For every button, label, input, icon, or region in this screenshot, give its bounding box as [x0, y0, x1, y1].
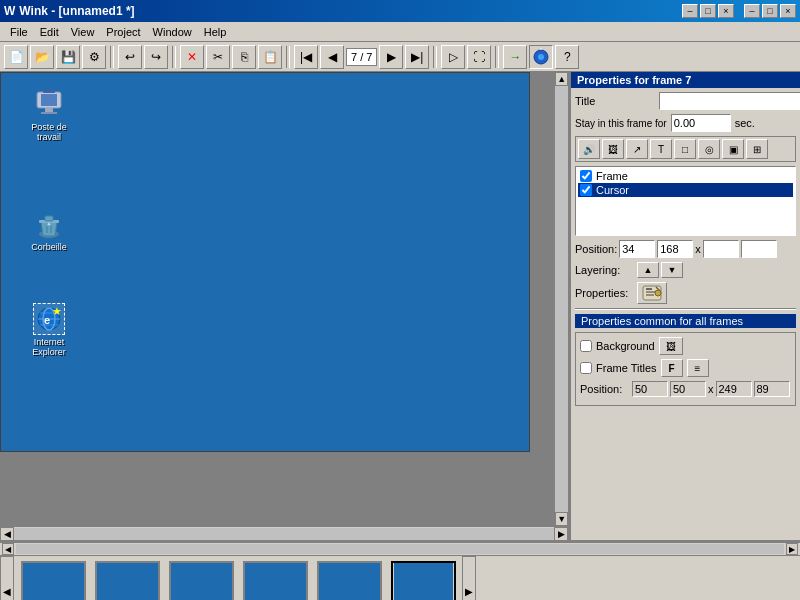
common-pos-y[interactable] — [670, 381, 706, 397]
strip-prev-btn[interactable]: ◀ — [0, 556, 14, 600]
desktop-icon-trash[interactable]: Corbeille — [19, 208, 79, 252]
background-image-btn[interactable]: 🖼 — [659, 337, 683, 355]
menu-edit[interactable]: Edit — [34, 24, 65, 40]
ie-label: InternetExplorer — [19, 337, 79, 357]
cursor-label: Cursor — [596, 184, 629, 196]
separator-5 — [495, 46, 499, 68]
menu-help[interactable]: Help — [198, 24, 233, 40]
separator-1 — [110, 46, 114, 68]
thumb-4[interactable]: 4 — [166, 561, 236, 601]
layer-up-btn[interactable]: ▲ — [637, 262, 659, 278]
thumb-inner-7 — [394, 563, 453, 601]
common-frames-section: Background 🖼 Frame Titles F ≡ Position: … — [575, 332, 796, 406]
menu-window[interactable]: Window — [147, 24, 198, 40]
next-frame-btn[interactable]: ▶ — [379, 45, 403, 69]
inner-minimize-btn[interactable]: – — [682, 4, 698, 18]
button-icon-btn[interactable]: □ — [674, 139, 696, 159]
desktop-icon-workstation[interactable]: Poste de travail — [19, 88, 79, 142]
check-cursor[interactable]: Cursor — [578, 183, 793, 197]
position-x-label: x — [695, 243, 701, 255]
cut-button[interactable]: ✂ — [206, 45, 230, 69]
new-button[interactable]: 📄 — [4, 45, 28, 69]
save-button[interactable]: 💾 — [56, 45, 80, 69]
stay-input[interactable] — [671, 114, 731, 132]
common-pos-x[interactable] — [632, 381, 668, 397]
inner-close-btn[interactable]: × — [718, 4, 734, 18]
copy-button[interactable]: ⎘ — [232, 45, 256, 69]
common-pos-h[interactable] — [754, 381, 790, 397]
last-frame-btn[interactable]: ▶| — [405, 45, 429, 69]
audio-icon-btn[interactable]: 🔊 — [578, 139, 600, 159]
separator-4 — [433, 46, 437, 68]
canvas-scroll[interactable]: Poste de travail — [0, 72, 554, 526]
frame-checkbox[interactable] — [580, 170, 592, 182]
strip-next-btn[interactable]: ▶ — [462, 556, 476, 600]
frame-counter: 7 / 7 — [346, 48, 377, 66]
extra-icon-btn[interactable]: ⊞ — [746, 139, 768, 159]
position-w-input[interactable] — [703, 240, 739, 258]
frame-titles-align-btn[interactable]: ≡ — [687, 359, 709, 377]
prev-frame-btn[interactable]: ◀ — [320, 45, 344, 69]
menu-file[interactable]: File — [4, 24, 34, 40]
video-icon-btn[interactable]: ▣ — [722, 139, 744, 159]
canvas-container: Poste de travail — [0, 72, 570, 540]
menu-view[interactable]: View — [65, 24, 101, 40]
thumb-5[interactable]: 5 — [240, 561, 310, 601]
inner-maximize-btn[interactable]: □ — [700, 4, 716, 18]
canvas-area: Poste de travail — [0, 72, 530, 452]
strip-scroll-left[interactable]: ◀ — [2, 543, 14, 555]
title-input[interactable] — [659, 92, 800, 110]
thumb-3[interactable]: 3 — [92, 561, 162, 601]
text-icon-btn[interactable]: T — [650, 139, 672, 159]
checklist-box[interactable]: Frame Cursor — [575, 166, 796, 236]
preview-btn[interactable]: ▷ — [441, 45, 465, 69]
position-h-input[interactable] — [741, 240, 777, 258]
export-btn[interactable]: → — [503, 45, 527, 69]
thumbnail-strip-container: ◀ ▶ ◀ 2 3 4 5 6 — [0, 540, 800, 600]
paste-button[interactable]: 📋 — [258, 45, 282, 69]
svg-rect-6 — [41, 112, 57, 114]
menu-project[interactable]: Project — [100, 24, 146, 40]
thumb-img-4 — [169, 561, 234, 601]
fullscreen-btn[interactable]: ⛶ — [467, 45, 491, 69]
frame-titles-checkbox[interactable] — [580, 362, 592, 374]
background-checkbox[interactable] — [580, 340, 592, 352]
redo-button[interactable]: ↪ — [144, 45, 168, 69]
trash-icon — [33, 208, 65, 240]
horizontal-scrollbar[interactable]: ◀ ▶ — [0, 526, 568, 540]
cursor-checkbox[interactable] — [580, 184, 592, 196]
maximize-btn[interactable]: □ — [762, 4, 778, 18]
minimize-btn[interactable]: – — [744, 4, 760, 18]
frame-titles-font-btn[interactable]: F — [661, 359, 683, 377]
close-btn[interactable]: × — [780, 4, 796, 18]
shape-icon-btn[interactable]: ◎ — [698, 139, 720, 159]
thumb-2[interactable]: 2 — [18, 561, 88, 601]
strip-scroll-right[interactable]: ▶ — [786, 543, 798, 555]
image-icon-btn[interactable]: 🖼 — [602, 139, 624, 159]
first-frame-btn[interactable]: |◀ — [294, 45, 318, 69]
undo-button[interactable]: ↩ — [118, 45, 142, 69]
stay-label: Stay in this frame for — [575, 118, 667, 129]
thumb-img-7 — [391, 561, 456, 601]
cursor-icon-btn[interactable]: ↗ — [626, 139, 648, 159]
thumb-img-6 — [317, 561, 382, 601]
check-frame[interactable]: Frame — [578, 169, 793, 183]
properties-btn[interactable] — [637, 282, 667, 304]
open-button[interactable]: 📂 — [30, 45, 54, 69]
render-btn[interactable] — [529, 45, 553, 69]
title-row: Title — [575, 92, 796, 110]
position-row: Position: x — [575, 240, 796, 258]
position-y-input[interactable] — [657, 240, 693, 258]
thumb-7[interactable]: 7 — [388, 561, 458, 601]
vertical-scrollbar[interactable]: ▲ ▼ — [554, 72, 568, 526]
delete-button[interactable]: ✕ — [180, 45, 204, 69]
svg-text:★: ★ — [52, 305, 62, 317]
help-btn[interactable]: ? — [555, 45, 579, 69]
layer-down-btn[interactable]: ▼ — [661, 262, 683, 278]
stay-row: Stay in this frame for sec. — [575, 114, 796, 132]
position-x-input[interactable] — [619, 240, 655, 258]
settings-button[interactable]: ⚙ — [82, 45, 106, 69]
thumb-6[interactable]: 6 — [314, 561, 384, 601]
desktop-icon-ie[interactable]: e ★ InternetExplorer — [19, 303, 79, 357]
common-pos-w[interactable] — [716, 381, 752, 397]
